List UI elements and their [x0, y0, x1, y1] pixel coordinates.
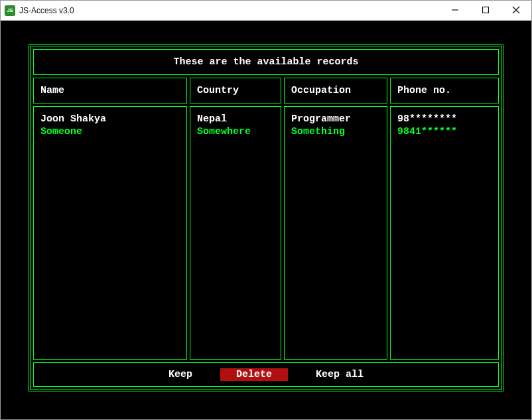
delete-button[interactable]: Delete: [220, 368, 288, 381]
action-bar: Keep Delete Keep all: [33, 362, 499, 387]
app-window: JS-Access v3.0 These are the available r…: [0, 0, 532, 420]
phone-column: 98******** 9841******: [390, 106, 499, 360]
close-icon: [512, 6, 520, 16]
occupation-column: Programmer Something: [284, 106, 387, 360]
col-header-occupation: Occupation: [284, 78, 387, 104]
window-titlebar[interactable]: JS-Access v3.0: [1, 1, 531, 21]
record-occupation[interactable]: Programmer: [291, 113, 380, 125]
col-header-country: Country: [190, 78, 281, 104]
records-frame: These are the available records Name Cou…: [29, 44, 503, 391]
client-area: These are the available records Name Cou…: [1, 21, 531, 419]
keep-button[interactable]: Keep: [165, 368, 196, 381]
record-phone[interactable]: 9841******: [397, 126, 492, 137]
record-country[interactable]: Somewhere: [197, 126, 274, 137]
record-country[interactable]: Nepal: [197, 113, 274, 125]
record-phone[interactable]: 98********: [397, 113, 492, 125]
frame-caption: These are the available records: [33, 49, 499, 75]
window-controls: [440, 1, 531, 21]
record-name[interactable]: Joon Shakya: [40, 113, 180, 125]
maximize-button[interactable]: [470, 1, 501, 21]
name-column: Joon Shakya Someone: [33, 106, 187, 360]
window-title: JS-Access v3.0: [19, 6, 440, 15]
minimize-button[interactable]: [440, 1, 470, 21]
column-body: Joon Shakya Someone Nepal Somewhere Prog…: [33, 106, 499, 360]
record-name[interactable]: Someone: [40, 126, 180, 137]
svg-rect-1: [483, 7, 489, 13]
minimize-icon: [452, 6, 458, 15]
column-headers: Name Country Occupation Phone no.: [33, 78, 499, 104]
col-header-phone: Phone no.: [390, 78, 499, 104]
maximize-icon: [482, 6, 489, 15]
col-header-name: Name: [33, 78, 187, 104]
keep-all-button[interactable]: Keep all: [312, 368, 367, 381]
record-occupation[interactable]: Something: [291, 126, 380, 137]
app-icon: [5, 5, 15, 16]
country-column: Nepal Somewhere: [190, 106, 281, 360]
close-button[interactable]: [501, 1, 531, 21]
